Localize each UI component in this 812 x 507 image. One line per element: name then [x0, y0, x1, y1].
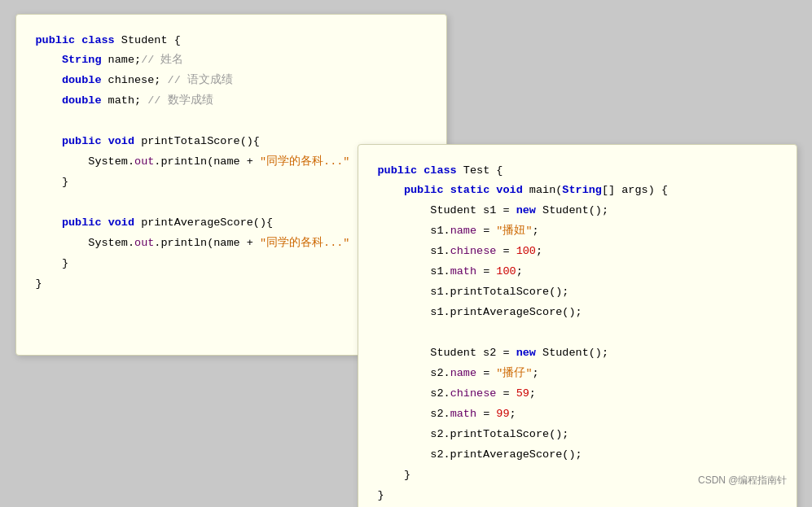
test-code: public class Test { public static void m…	[378, 161, 777, 506]
scene: public class Student { String name;// 姓名…	[15, 14, 797, 494]
test-class-card: public class Test { public static void m…	[358, 144, 797, 508]
watermark: CSDN @编程指南针	[698, 474, 788, 487]
